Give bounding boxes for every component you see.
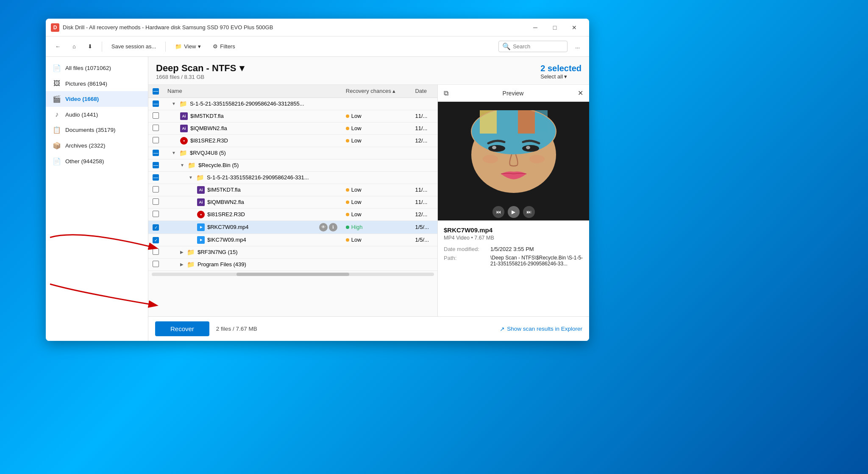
play-button[interactable]: ▶ xyxy=(508,206,520,218)
file-name: $I81SRE2.R3D xyxy=(207,211,245,217)
horizontal-scrollbar[interactable] xyxy=(152,273,434,276)
fast-forward-button[interactable]: ⏭ xyxy=(523,206,535,218)
expand-icon[interactable]: ▶ xyxy=(180,262,184,267)
minimize-button[interactable]: ─ xyxy=(526,21,545,34)
row-checkbox[interactable] xyxy=(153,248,159,255)
file-name-cell: ▶ $IKC7W09.mp4 xyxy=(163,234,342,246)
file-table: — Name Recovery chances ▴ Date xyxy=(148,85,437,271)
preview-info: $RKC7W09.mp4 MP4 Video • 7.67 MB Date mo… xyxy=(438,220,589,316)
date-cell xyxy=(411,258,437,270)
recovery-text: Low xyxy=(351,211,362,217)
recovery-text: Low xyxy=(351,187,362,193)
preview-filetype: MP4 Video • 7.67 MB xyxy=(444,235,583,241)
window-controls: ─ □ ✕ xyxy=(526,21,584,34)
back-button[interactable]: ← xyxy=(51,41,65,52)
column-name[interactable]: Name xyxy=(163,85,342,98)
expand-icon[interactable]: ▼ xyxy=(172,151,176,155)
row-checkbox[interactable]: — xyxy=(153,150,159,156)
sidebar-item-documents[interactable]: 📋 Documents (35179) xyxy=(46,122,148,138)
expand-icon[interactable]: ▶ xyxy=(180,250,184,254)
toolbar-separator xyxy=(102,42,102,52)
select-all-button[interactable]: Select all ▾ xyxy=(540,73,581,80)
other-icon: 📄 xyxy=(53,157,61,165)
eye-icon[interactable]: 👁 xyxy=(319,223,328,231)
row-checkbox[interactable] xyxy=(153,261,159,267)
mp4-file-icon: ▶ xyxy=(197,223,205,231)
table-row: Ai $IQMBWN2.fla Low 11/... xyxy=(148,122,437,134)
download-button[interactable]: ⬇ xyxy=(83,41,97,52)
fla-file-icon: Ai xyxy=(197,186,205,194)
recovery-cell: Low xyxy=(342,134,411,147)
recovery-dot xyxy=(346,127,349,130)
dropdown-icon[interactable]: ▾ xyxy=(239,63,244,74)
row-checkbox[interactable]: — xyxy=(153,100,159,107)
close-button[interactable]: ✕ xyxy=(565,21,584,34)
archives-icon: 📦 xyxy=(53,142,61,150)
sidebar-item-video[interactable]: 🎬 Video (1668) xyxy=(46,91,148,107)
file-name-cell: Ai $IM5TKDT.fla xyxy=(163,110,342,122)
row-checkbox[interactable]: — xyxy=(153,174,159,181)
file-name: $IM5TKDT.fla xyxy=(207,187,241,193)
sidebar-item-label: Pictures (86194) xyxy=(65,81,107,87)
sidebar-item-audio[interactable]: ♪ Audio (1441) xyxy=(46,107,148,122)
search-icon: 🔍 xyxy=(502,42,511,50)
sidebar-item-label: Audio (1441) xyxy=(65,112,98,118)
row-checkbox[interactable] xyxy=(153,112,159,119)
expand-icon[interactable]: ▼ xyxy=(180,163,184,167)
video-icon: 🎬 xyxy=(53,95,61,103)
close-preview-icon[interactable]: ✕ xyxy=(578,89,583,97)
expand-icon[interactable]: ▼ xyxy=(172,101,176,106)
filters-button[interactable]: ⚙ Filters xyxy=(209,41,239,52)
sidebar-item-all-files[interactable]: 📄 All files (1071062) xyxy=(46,60,148,76)
sidebar-item-label: All files (1071062) xyxy=(65,65,111,71)
recovery-cell: Low xyxy=(342,196,411,208)
sidebar-item-label: Video (1668) xyxy=(65,96,99,102)
svg-point-12 xyxy=(483,155,498,163)
expand-icon[interactable]: ▼ xyxy=(189,175,193,180)
folder-icon: 📁 xyxy=(196,174,204,181)
table-row: ✓ ▶ $IKC7W09.mp4 Low xyxy=(148,234,437,246)
sidebar-item-label: Archives (2322) xyxy=(65,142,106,149)
show-explorer-link[interactable]: ↗ Show scan results in Explorer xyxy=(500,326,582,332)
row-checkbox[interactable]: ✓ xyxy=(153,224,159,231)
home-button[interactable]: ⌂ xyxy=(68,41,80,52)
recovery-text: Low xyxy=(351,199,362,205)
row-checkbox[interactable]: — xyxy=(153,162,159,168)
chevron-down-icon: ▾ xyxy=(198,43,201,50)
scrollbar-thumb[interactable] xyxy=(236,273,349,276)
copy-icon[interactable]: ⧉ xyxy=(444,89,448,97)
more-button[interactable]: ... xyxy=(571,41,584,52)
chevron-up-icon: ▴ xyxy=(392,88,395,94)
recovery-cell xyxy=(342,246,411,258)
column-check: — xyxy=(148,85,163,98)
file-name-cell: Ai $IM5TKDT.fla xyxy=(163,184,342,196)
row-checkbox[interactable] xyxy=(153,186,159,192)
show-explorer-label: Show scan results in Explorer xyxy=(507,326,582,332)
maximize-button[interactable]: □ xyxy=(545,21,565,34)
search-input[interactable] xyxy=(513,43,564,50)
column-date[interactable]: Date xyxy=(411,85,437,98)
sidebar-item-other[interactable]: 📄 Other (944258) xyxy=(46,153,148,169)
file-name-cell: ▶ 📁 Program Files (439) xyxy=(163,258,342,270)
save-session-button[interactable]: Save session as... xyxy=(107,41,161,52)
folder-icon: 📁 xyxy=(187,261,195,268)
svg-point-9 xyxy=(522,145,539,152)
row-checkbox[interactable]: ✓ xyxy=(153,237,159,243)
rewind-button[interactable]: ⏮ xyxy=(492,206,504,218)
info-icon[interactable]: ℹ xyxy=(329,223,337,231)
row-checkbox[interactable] xyxy=(153,137,159,143)
folder-icon: 📁 xyxy=(179,149,187,157)
row-checkbox[interactable] xyxy=(153,211,159,217)
select-all-checkbox[interactable]: — xyxy=(153,88,159,95)
view-button[interactable]: 📁 View ▾ xyxy=(171,41,205,52)
fla-file-icon: Ai xyxy=(180,125,188,132)
row-checkbox[interactable] xyxy=(153,125,159,131)
r3d-file-icon: ● xyxy=(197,211,205,218)
main-window: D Disk Drill - All recovery methods - Ha… xyxy=(46,19,589,341)
sidebar-item-pictures[interactable]: 🖼 Pictures (86194) xyxy=(46,76,148,91)
recover-button[interactable]: Recover xyxy=(155,321,209,336)
filter-icon: ⚙ xyxy=(213,43,218,50)
folder-icon: 📁 xyxy=(179,100,187,108)
row-checkbox[interactable] xyxy=(153,198,159,205)
sidebar-item-archives[interactable]: 📦 Archives (2322) xyxy=(46,138,148,153)
